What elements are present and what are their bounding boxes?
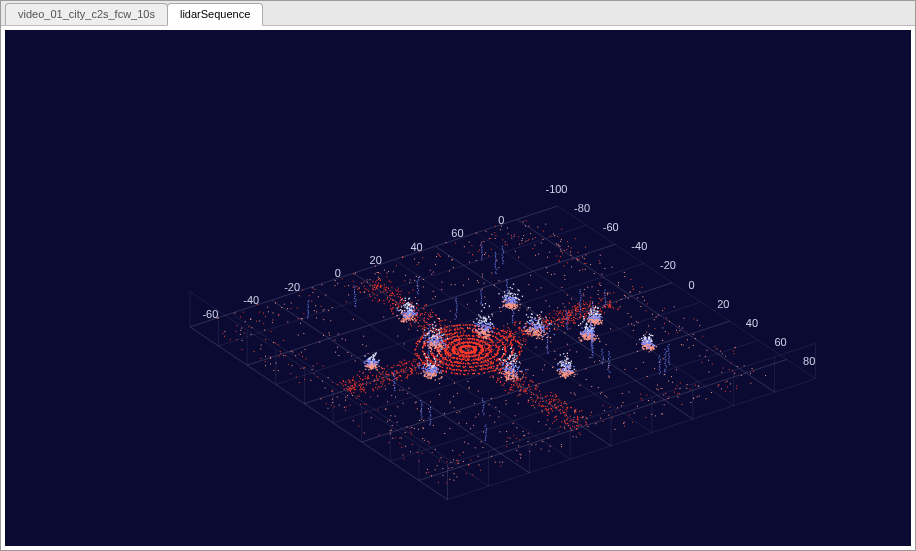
svg-rect-5233 — [592, 347, 593, 348]
svg-rect-5790 — [600, 418, 601, 419]
svg-rect-5473 — [481, 245, 482, 246]
svg-rect-2146 — [586, 422, 587, 423]
svg-rect-5618 — [480, 470, 481, 471]
svg-rect-5206 — [547, 346, 548, 347]
svg-rect-1636 — [587, 313, 588, 314]
svg-rect-5269 — [483, 409, 484, 410]
svg-rect-5856 — [525, 226, 526, 227]
svg-rect-1494 — [366, 382, 367, 383]
tab-lidar[interactable]: lidarSequence — [167, 3, 263, 26]
svg-rect-1834 — [542, 412, 543, 413]
svg-rect-2896 — [431, 274, 432, 275]
svg-rect-5204 — [547, 349, 548, 350]
svg-rect-2977 — [567, 295, 568, 296]
svg-rect-5115 — [373, 363, 374, 364]
svg-rect-2841 — [328, 377, 329, 378]
svg-rect-2426 — [465, 346, 466, 347]
svg-rect-500 — [445, 358, 446, 359]
svg-rect-2536 — [655, 415, 656, 416]
svg-rect-4741 — [519, 304, 520, 305]
svg-rect-5547 — [265, 339, 266, 340]
svg-rect-863 — [484, 372, 485, 373]
svg-rect-4039 — [508, 374, 509, 375]
svg-rect-3894 — [431, 370, 432, 371]
svg-rect-4708 — [516, 302, 517, 303]
svg-rect-2757 — [535, 255, 536, 256]
svg-rect-4625 — [405, 318, 406, 319]
svg-rect-3539 — [535, 334, 536, 335]
svg-rect-2231 — [357, 289, 358, 290]
svg-rect-5509 — [605, 301, 606, 302]
svg-rect-5834 — [399, 437, 400, 438]
svg-rect-1589 — [364, 389, 365, 390]
svg-rect-2965 — [345, 339, 346, 340]
svg-rect-2009 — [556, 419, 557, 420]
svg-rect-5562 — [396, 265, 397, 266]
svg-rect-2708 — [501, 364, 502, 365]
svg-rect-5522 — [725, 382, 726, 383]
svg-rect-5901 — [680, 383, 681, 384]
svg-rect-3816 — [434, 373, 435, 374]
svg-rect-1544 — [604, 312, 605, 313]
svg-rect-1829 — [356, 286, 357, 287]
tab-video[interactable]: video_01_city_c2s_fcw_10s — [5, 3, 168, 25]
lidar-viewport[interactable]: 6040200-20-40-600806040200-20-40-60-80-1… — [5, 30, 911, 546]
svg-rect-5593 — [610, 293, 611, 294]
svg-rect-1148 — [519, 329, 520, 330]
svg-rect-3326 — [492, 323, 493, 324]
svg-rect-4470 — [416, 303, 417, 304]
svg-rect-5849 — [283, 340, 284, 341]
svg-rect-2564 — [443, 475, 444, 476]
svg-rect-1657 — [411, 370, 412, 371]
svg-rect-2864 — [345, 397, 346, 398]
svg-rect-3080 — [425, 337, 426, 338]
svg-rect-5352 — [507, 284, 508, 285]
svg-rect-2422 — [421, 326, 422, 327]
svg-rect-2598 — [679, 330, 680, 331]
svg-rect-873 — [456, 373, 457, 374]
svg-rect-2500 — [554, 351, 555, 352]
svg-rect-5619 — [737, 385, 738, 386]
svg-rect-5386 — [428, 325, 429, 326]
svg-rect-4254 — [564, 375, 565, 376]
svg-rect-3429 — [526, 330, 527, 331]
svg-rect-4585 — [412, 319, 413, 320]
svg-rect-1559 — [599, 310, 600, 311]
svg-rect-1477 — [405, 368, 406, 369]
svg-rect-1658 — [400, 375, 401, 376]
svg-rect-2337 — [374, 297, 375, 298]
svg-rect-473 — [475, 362, 476, 363]
svg-rect-2195 — [568, 425, 569, 426]
svg-rect-4042 — [511, 378, 512, 379]
svg-rect-3498 — [530, 329, 531, 330]
svg-rect-4425 — [595, 321, 596, 322]
svg-rect-1480 — [526, 326, 527, 327]
svg-rect-3305 — [489, 324, 490, 325]
svg-rect-5329 — [503, 251, 504, 252]
svg-rect-5871 — [480, 245, 481, 246]
svg-rect-4058 — [506, 377, 507, 378]
svg-rect-3339 — [488, 337, 489, 338]
svg-rect-3977 — [508, 379, 509, 380]
svg-rect-2904 — [624, 422, 625, 423]
svg-rect-1491 — [410, 374, 411, 375]
svg-rect-2556 — [335, 280, 336, 281]
svg-rect-2085 — [527, 388, 528, 389]
svg-rect-4237 — [560, 370, 561, 371]
svg-rect-5485 — [393, 374, 394, 375]
svg-rect-5108 — [373, 356, 374, 357]
svg-rect-2972 — [693, 398, 694, 399]
svg-rect-1826 — [437, 318, 438, 319]
svg-rect-2417 — [492, 356, 493, 357]
svg-rect-1166 — [359, 389, 360, 390]
svg-rect-5304 — [486, 435, 487, 436]
svg-rect-467 — [483, 361, 484, 362]
svg-rect-2918 — [442, 468, 443, 469]
svg-rect-2534 — [750, 373, 751, 374]
svg-rect-5702 — [478, 251, 479, 252]
svg-rect-1171 — [565, 314, 566, 315]
svg-rect-1459 — [504, 333, 505, 334]
svg-rect-3414 — [530, 331, 531, 332]
svg-rect-5872 — [585, 247, 586, 248]
svg-rect-4242 — [572, 371, 573, 372]
